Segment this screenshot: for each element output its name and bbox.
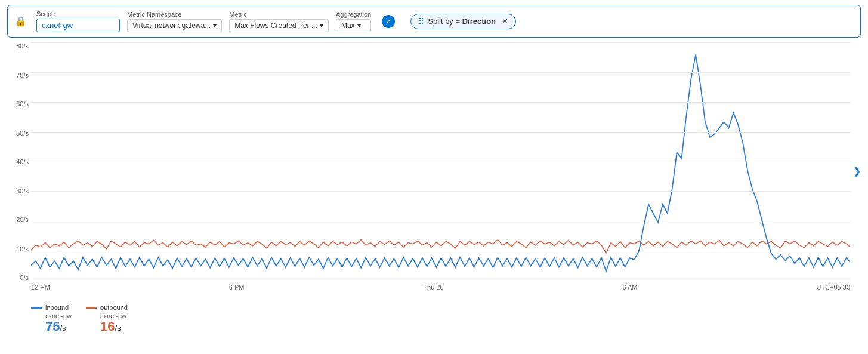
inbound-value-row: 75/s [31,319,72,334]
y-label-40: 40/s [7,158,31,165]
aggregation-value: Max [341,21,355,30]
grid-line-30 [31,191,850,192]
metric-value: Max Flows Created Per ... [234,21,317,30]
y-label-30: 30/s [7,187,31,195]
inbound-legend-line [31,307,42,309]
aggregation-group: Aggregation Max ▾ [336,11,371,32]
metric-ns-value: Virtual network gatewa... [132,21,211,30]
metric-label: Metric [229,11,329,18]
inbound-label: inbound [45,304,69,311]
x-label-6pm: 6 PM [229,284,245,291]
chart-expand-button[interactable]: ❯ [853,165,861,177]
inbound-line [31,54,850,271]
inbound-value: 75/s [45,319,66,334]
x-label-12pm: 12 PM [31,284,50,291]
x-label-thu20: Thu 20 [423,284,443,291]
lock-icon: 🔒 [15,16,27,27]
chart-area: 80/s 70/s 60/s 50/s 40/s 30/s 20/s 10/s … [7,42,861,299]
outbound-label: outbound [100,304,128,311]
metric-dropdown[interactable]: Max Flows Created Per ... ▾ [229,19,329,32]
split-by-close-button[interactable]: ✕ [502,17,508,26]
y-label-10: 10/s [7,245,31,253]
legend-inbound: inbound cxnet-gw 75/s [31,304,72,334]
outbound-value-row: 16/s [86,319,128,334]
grid-line-80 [31,42,850,43]
metric-ns-chevron-icon: ▾ [213,21,217,30]
grid-line-70 [31,72,850,73]
confirm-button[interactable]: ✓ [382,15,395,28]
y-axis: 80/s 70/s 60/s 50/s 40/s 30/s 20/s 10/s … [7,42,31,281]
grid-line-20 [31,221,850,221]
aggregation-dropdown[interactable]: Max ▾ [336,19,371,32]
split-by-badge: ⠿ Split by = Direction ✕ [410,14,516,29]
grid-line-60 [31,102,850,103]
y-label-20: 20/s [7,216,31,223]
legend-outbound: outbound cxnet-gw 16/s [86,304,128,334]
legend-inbound-top: inbound [31,304,72,311]
legend-outbound-top: outbound [86,304,128,311]
aggregation-chevron-icon: ▾ [357,21,361,30]
y-label-60: 60/s [7,100,31,107]
y-label-0: 0/s [7,274,31,281]
x-label-utc: UTC+05:30 [816,284,850,291]
grid-line-50 [31,132,850,133]
outbound-value: 16/s [100,319,121,334]
x-axis: 12 PM 6 PM Thu 20 6 AM UTC+05:30 [31,281,850,299]
y-label-50: 50/s [7,130,31,137]
metric-group: Metric Max Flows Created Per ... ▾ [229,11,329,32]
y-label-80: 80/s [7,42,31,50]
grid-line-40 [31,162,850,162]
scope-input[interactable] [36,19,120,32]
scope-group: Scope [36,10,120,32]
y-label-70: 70/s [7,72,31,79]
split-by-text: Split by = Direction [428,17,496,26]
grid-line-10 [31,251,850,251]
filter-bar: 🔒 Scope Metric Namespace Virtual network… [7,5,861,38]
aggregation-label: Aggregation [336,11,371,18]
split-icon: ⠿ [418,17,424,26]
metric-ns-label: Metric Namespace [127,11,222,18]
check-icon: ✓ [385,17,392,26]
metric-ns-group: Metric Namespace Virtual network gatewa.… [127,11,222,32]
metric-ns-dropdown[interactable]: Virtual network gatewa... ▾ [127,19,222,32]
chart-canvas [31,42,850,281]
x-label-6am: 6 AM [622,284,637,291]
scope-label: Scope [36,10,120,17]
chart-legend: inbound cxnet-gw 75/s outbound cxnet-gw … [0,299,868,338]
outbound-legend-line [86,307,97,309]
metric-chevron-icon: ▾ [320,21,323,30]
